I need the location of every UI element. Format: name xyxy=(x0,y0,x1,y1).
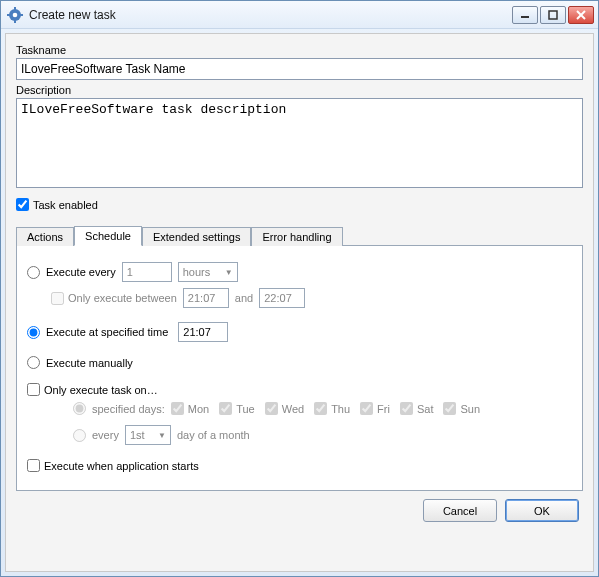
execute-every-value[interactable]: 1 xyxy=(122,262,172,282)
schedule-panel: Execute every 1 hours ▼ Only execute bet… xyxy=(16,245,583,491)
taskname-input[interactable] xyxy=(16,58,583,80)
task-enabled-label: Task enabled xyxy=(33,199,98,211)
svg-point-1 xyxy=(13,12,18,17)
chevron-down-icon: ▼ xyxy=(225,268,233,277)
titlebar[interactable]: Create new task xyxy=(1,1,598,29)
only-between-input[interactable] xyxy=(51,292,64,305)
execute-manually-label: Execute manually xyxy=(46,357,133,369)
execute-at-label: Execute at specified time xyxy=(46,326,168,338)
radio-execute-at[interactable] xyxy=(27,326,40,339)
tab-schedule[interactable]: Schedule xyxy=(74,226,142,246)
tab-extended[interactable]: Extended settings xyxy=(142,227,251,246)
svg-rect-7 xyxy=(549,11,557,19)
between-from[interactable]: 21:07 xyxy=(183,288,229,308)
task-enabled-checkbox[interactable]: Task enabled xyxy=(16,198,583,211)
cancel-button[interactable]: Cancel xyxy=(423,499,497,522)
between-and-label: and xyxy=(235,292,253,304)
maximize-button[interactable] xyxy=(540,6,566,24)
taskname-label: Taskname xyxy=(16,44,583,56)
tab-error[interactable]: Error handling xyxy=(251,227,342,246)
description-label: Description xyxy=(16,84,583,96)
execute-every-label: Execute every xyxy=(46,266,116,278)
radio-execute-manually[interactable] xyxy=(27,356,40,369)
chevron-down-icon: ▼ xyxy=(158,431,166,440)
app-gear-icon xyxy=(7,7,23,23)
execute-on-start-checkbox[interactable]: Execute when application starts xyxy=(27,459,199,472)
radio-specified-days[interactable] xyxy=(73,402,86,415)
create-task-window: Create new task Taskname Description ILo… xyxy=(0,0,599,577)
only-between-checkbox[interactable]: Only execute between xyxy=(51,292,177,305)
client-area: Taskname Description ILoveFreeSoftware t… xyxy=(5,33,594,572)
tab-actions[interactable]: Actions xyxy=(16,227,74,246)
day-fri[interactable] xyxy=(360,402,373,415)
execute-on-start-input[interactable] xyxy=(27,459,40,472)
every-nth-suffix: day of a month xyxy=(177,429,250,441)
execute-every-unit[interactable]: hours ▼ xyxy=(178,262,238,282)
every-nth-prefix: every xyxy=(92,429,119,441)
description-textarea[interactable]: ILoveFreeSoftware task description xyxy=(16,98,583,188)
day-sun[interactable] xyxy=(443,402,456,415)
only-between-label: Only execute between xyxy=(68,292,177,304)
only-execute-on-label: Only execute task on… xyxy=(44,384,158,396)
radio-execute-every[interactable] xyxy=(27,266,40,279)
day-wed[interactable] xyxy=(265,402,278,415)
execute-every-unit-text: hours xyxy=(183,266,211,278)
day-tue[interactable] xyxy=(219,402,232,415)
day-mon[interactable] xyxy=(171,402,184,415)
close-button[interactable] xyxy=(568,6,594,24)
dialog-footer: Cancel OK xyxy=(16,491,583,524)
between-to[interactable]: 22:07 xyxy=(259,288,305,308)
only-execute-on-checkbox[interactable]: Only execute task on… xyxy=(27,383,158,396)
only-execute-on-input[interactable] xyxy=(27,383,40,396)
execute-at-time[interactable]: 21:07 xyxy=(178,322,228,342)
every-nth-value[interactable]: 1st ▼ xyxy=(125,425,171,445)
specified-days-label: specified days: xyxy=(92,403,165,415)
ok-button[interactable]: OK xyxy=(505,499,579,522)
tabstrip: Actions Schedule Extended settings Error… xyxy=(16,225,583,245)
day-list: Mon Tue Wed Thu Fri Sat Sun xyxy=(171,402,480,415)
day-thu[interactable] xyxy=(314,402,327,415)
day-sat[interactable] xyxy=(400,402,413,415)
minimize-button[interactable] xyxy=(512,6,538,24)
window-title: Create new task xyxy=(29,8,510,22)
every-nth-value-text: 1st xyxy=(130,429,145,441)
task-enabled-input[interactable] xyxy=(16,198,29,211)
execute-on-start-label: Execute when application starts xyxy=(44,460,199,472)
radio-every-nth[interactable] xyxy=(73,429,86,442)
